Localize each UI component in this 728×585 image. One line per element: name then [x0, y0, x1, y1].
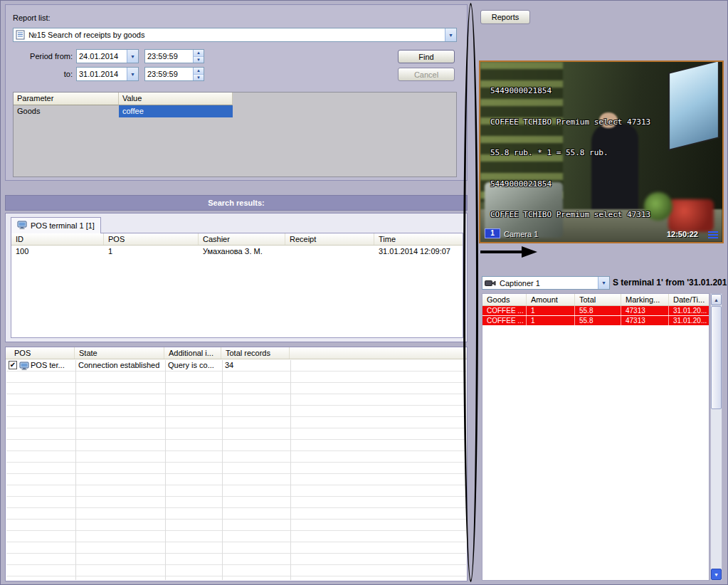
parameter-value-cell[interactable]: coffee: [119, 105, 233, 117]
parameter-row-goods[interactable]: Goods coffee: [14, 105, 456, 117]
column-header-amount[interactable]: Amount: [527, 294, 575, 305]
column-header-total-records[interactable]: Total records: [221, 347, 290, 359]
receipt-datetime: 31.01.20...: [669, 306, 709, 315]
reports-button[interactable]: Reports: [480, 10, 530, 24]
date-from-value: 24.01.2014: [77, 52, 127, 60]
osd-line: 5449000021854: [490, 86, 650, 97]
receipt-table: Goods Amount Total Marking... Date/Ti...…: [482, 293, 709, 581]
column-header-value[interactable]: Value: [119, 93, 233, 105]
status-table-header: POS State Additional i... Total records: [6, 347, 467, 359]
captioner-arrow-icon[interactable]: ▼: [598, 277, 609, 289]
spin-down-icon[interactable]: ▼: [194, 57, 204, 63]
search-results-title: Search results:: [208, 199, 264, 207]
receipt-total: 55.8: [575, 306, 621, 315]
pos-monitor-window: Report list: №15 Search of receipts by g…: [0, 0, 728, 585]
column-header-pos[interactable]: POS: [6, 347, 75, 359]
report-list-dropdown[interactable]: №15 Search of receipts by goods ▼: [13, 28, 457, 42]
cancel-button[interactable]: Cancel: [398, 68, 455, 81]
captioner-title: S terminal 1' from '31.01.201: [613, 278, 728, 288]
results-table-header: ID POS Cashier Receipt Time: [11, 233, 463, 246]
receipt-goods: COFFEE ...: [482, 306, 527, 315]
column-header-goods[interactable]: Goods: [482, 294, 527, 305]
spin-down-icon[interactable]: ▼: [194, 75, 204, 81]
video-scene-goods-red: [668, 199, 714, 232]
result-cashier: Умаханова З. М.: [199, 247, 285, 255]
report-search-panel: Report list: №15 Search of receipts by g…: [5, 4, 468, 181]
spin-up-icon[interactable]: ▲: [194, 50, 204, 57]
column-header-datetime[interactable]: Date/Ti...: [669, 294, 709, 305]
column-header-total[interactable]: Total: [575, 294, 621, 305]
annotation-arrow-shaft: [480, 251, 522, 253]
receipt-row[interactable]: COFFEE ... 1 55.8 47313 31.01.20...: [482, 306, 709, 316]
column-header-state[interactable]: State: [75, 347, 164, 359]
date-to-dropdown[interactable]: 31.01.2014 ▼: [76, 67, 139, 81]
grid-line: [75, 360, 76, 580]
receipt-total: 55.8: [575, 316, 621, 325]
scroll-down-icon[interactable]: ▼: [711, 569, 722, 580]
osd-line: 55.8 rub. * 1 = 55.8 rub.: [490, 148, 650, 159]
receipt-scrollbar[interactable]: ▲ ▼: [710, 293, 722, 581]
result-row[interactable]: 100 1 Умаханова З. М. 31.01.2014 12:09:0…: [11, 246, 463, 257]
time-to-spin-buttons: ▲ ▼: [193, 68, 204, 80]
column-header-additional[interactable]: Additional i...: [164, 347, 221, 359]
tab-pos-terminal-1[interactable]: POS terminal 1 [1]: [11, 217, 101, 233]
receipt-table-header: Goods Amount Total Marking... Date/Ti...: [482, 294, 709, 306]
captioner-dropdown[interactable]: Captioner 1 ▼: [482, 276, 610, 290]
column-header-marking[interactable]: Marking...: [621, 294, 669, 305]
result-pos: 1: [104, 247, 199, 255]
find-button[interactable]: Find: [398, 50, 455, 63]
parameter-name-cell[interactable]: Goods: [14, 105, 119, 117]
parameter-table-header: Parameter Value: [14, 93, 456, 105]
status-state: Connection established: [78, 361, 164, 369]
pos-terminal-checkbox[interactable]: ✔: [9, 361, 17, 369]
receipt-row[interactable]: COFFEE ... 1 55.8 47313 31.01.20...: [482, 316, 709, 326]
date-to-arrow-icon[interactable]: ▼: [127, 68, 138, 80]
time-from-spinner[interactable]: 23:59:59 ▲ ▼: [144, 49, 204, 63]
date-from-arrow-icon[interactable]: ▼: [127, 50, 138, 63]
results-table: ID POS Cashier Receipt Time 100 1 Умахан…: [11, 233, 463, 338]
time-to-value: 23:59:59: [145, 70, 193, 78]
period-to-label: to:: [23, 70, 73, 78]
annotation-arrow: [480, 246, 539, 258]
status-row[interactable]: ✔ POS ter... Connection established Quer…: [6, 360, 466, 371]
annotation-arrow-head: [522, 246, 537, 258]
scroll-thumb[interactable]: [711, 306, 722, 409]
time-from-value: 23:59:59: [145, 52, 193, 60]
osd-line: COFFEE TCHIBO Premium select 47313: [490, 210, 650, 221]
video-osd-text: 5449000021854 COFFEE TCHIBO Premium sele…: [490, 65, 650, 243]
date-to-value: 31.01.2014: [77, 70, 127, 78]
search-results-panel: POS terminal 1 [1] ID POS Cashier Receip…: [5, 213, 468, 342]
grid-line: [165, 360, 166, 580]
column-header-receipt[interactable]: Receipt: [285, 233, 374, 245]
period-from-label: Period from:: [23, 52, 73, 60]
status-total-records: 34: [225, 361, 287, 369]
spin-up-icon[interactable]: ▲: [194, 68, 204, 75]
receipt-amount: 1: [527, 316, 575, 325]
receipt-goods: COFFEE ...: [482, 316, 527, 325]
receipt-marking: 47313: [621, 316, 669, 325]
column-header-filler: [290, 347, 467, 359]
report-dropdown-arrow-icon[interactable]: ▼: [445, 28, 456, 41]
camera-icon: [482, 280, 497, 287]
time-to-spinner[interactable]: 23:59:59 ▲ ▼: [144, 67, 204, 81]
camera-menu-icon[interactable]: [708, 231, 718, 238]
column-header-parameter[interactable]: Parameter: [14, 93, 119, 105]
result-id: 100: [11, 247, 104, 255]
terminal-icon: [17, 221, 27, 231]
report-list-label: Report list:: [13, 14, 51, 22]
terminal-icon: [19, 362, 29, 371]
search-results-header: Search results:: [5, 195, 468, 211]
column-header-id[interactable]: ID: [11, 233, 104, 245]
column-header-pos[interactable]: POS: [104, 233, 199, 245]
date-from-dropdown[interactable]: 24.01.2014 ▼: [76, 49, 139, 63]
column-header-time[interactable]: Time: [374, 233, 463, 245]
result-time: 31.01.2014 12:09:07: [374, 247, 463, 255]
receipt-datetime: 31.01.20...: [669, 316, 709, 325]
pos-status-panel: POS State Additional i... Total records …: [5, 347, 468, 581]
camera-name-label: Camera 1: [504, 230, 538, 238]
status-additional: Query is co...: [168, 361, 221, 369]
column-header-cashier[interactable]: Cashier: [199, 233, 285, 245]
scroll-up-icon[interactable]: ▲: [711, 294, 722, 305]
camera-timestamp: 12:50:22: [667, 230, 698, 238]
camera-view[interactable]: 5449000021854 COFFEE TCHIBO Premium sele…: [479, 60, 724, 243]
